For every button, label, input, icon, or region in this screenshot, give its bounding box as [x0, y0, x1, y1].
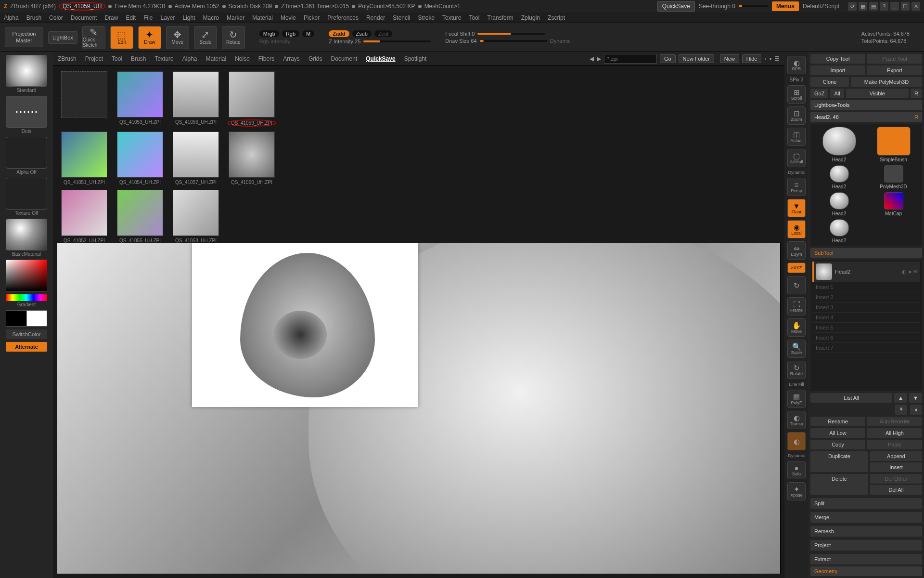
tab-zbrush[interactable]: ZBrush [58, 55, 77, 62]
aahalf-button[interactable]: ▢AAHalf [787, 149, 806, 167]
tab-fibers[interactable]: Fibers [258, 55, 274, 62]
new-button[interactable]: New [720, 54, 739, 63]
copy-button[interactable]: Copy [810, 440, 865, 449]
rgb-toggle[interactable]: Rgb [282, 30, 299, 37]
arrow-up-icon[interactable]: ↟ [895, 405, 907, 415]
dynamic-label[interactable]: Dynamic [550, 38, 571, 44]
menu-preferences[interactable]: Preferences [327, 14, 359, 21]
rotate-button[interactable]: ↻Rotate [222, 26, 245, 49]
menu-material[interactable]: Material [252, 14, 273, 21]
xpose-button[interactable]: ✦Xpose [787, 482, 806, 500]
projection-master-button[interactable]: Projection Master [5, 27, 43, 47]
remesh-section[interactable]: Remesh [810, 526, 922, 537]
goz-button[interactable]: GoZ [810, 89, 828, 98]
menu-draw[interactable]: Draw [104, 14, 118, 21]
floor-button[interactable]: ▼Floor [787, 199, 806, 217]
tool-item[interactable]: Head2 [813, 127, 865, 162]
quicksketch-button[interactable]: ✎Quick Sketch [82, 26, 105, 49]
switch-color-button[interactable]: SwitchColor [6, 329, 47, 339]
tool-item[interactable]: SimpleBrush [868, 127, 919, 162]
tool-item[interactable]: PolyMesh3D [868, 165, 919, 189]
arrow-down-icon[interactable]: ↡ [910, 405, 922, 415]
bpr-button[interactable]: ◐BPR [787, 56, 806, 74]
zadd-toggle[interactable]: Zadd [329, 30, 349, 37]
nav-next-icon[interactable]: ▶ [597, 55, 601, 62]
thumb-item[interactable]: QS_41051_UH.ZPI [59, 131, 110, 185]
m-toggle[interactable]: M [302, 30, 314, 37]
view-small-icon[interactable]: ▫ [764, 55, 766, 62]
z-intensity-slider[interactable] [363, 40, 431, 42]
tab-project[interactable]: Project [85, 55, 103, 62]
view-med-icon[interactable]: ▪ [770, 55, 771, 62]
scroll-button[interactable]: ⊞Scroll [787, 85, 806, 104]
brush-swatch[interactable] [6, 55, 47, 87]
menu-color[interactable]: Color [49, 14, 63, 21]
alllow-button[interactable]: All Low [810, 428, 865, 438]
tab-alpha[interactable]: Alpha [182, 55, 197, 62]
ghost-button[interactable]: ◐ [787, 432, 806, 450]
thumb-item[interactable]: QS_41053_UH.ZPI [115, 71, 166, 127]
split-section[interactable]: Split [810, 498, 922, 509]
maximize-icon[interactable]: ☐ [901, 2, 910, 11]
alpha-swatch[interactable] [6, 137, 47, 169]
menu-light[interactable]: Light [183, 14, 195, 21]
draw-button[interactable]: ✦Draw [138, 26, 161, 49]
hide-button[interactable]: Hide [742, 54, 762, 63]
thumb-item[interactable]: QS_41054_UH.ZPI [115, 131, 166, 185]
menu-movie[interactable]: Movie [281, 14, 296, 21]
delother-button[interactable]: Del Other [870, 474, 922, 484]
merge-section[interactable]: Merge [810, 512, 922, 523]
paste-tool-button[interactable]: Paste Tool [867, 54, 922, 64]
move-button[interactable]: ✥Move [166, 26, 189, 49]
thumb-item[interactable]: QS_41056_UH.ZPI [170, 71, 221, 127]
menu-stroke[interactable]: Stroke [418, 14, 435, 21]
tool-item[interactable]: MatCap [868, 192, 919, 216]
go-button[interactable]: Go [660, 54, 676, 63]
clone-button[interactable]: Clone [810, 77, 849, 87]
tab-arrays[interactable]: Arrays [283, 55, 300, 62]
menu-brush[interactable]: Brush [26, 14, 41, 21]
tab-quicksave[interactable]: QuickSave [366, 55, 395, 62]
thumb-item[interactable]: QS_41057_UH.ZPI [170, 131, 221, 185]
subtool-slot[interactable]: Insert 5 [812, 323, 920, 333]
rotate-view-button[interactable]: ↻Rotate [787, 361, 806, 379]
close-icon[interactable]: ✕ [911, 2, 920, 11]
make-polymesh-button[interactable]: Make PolyMesh3D [851, 77, 922, 87]
menu-file[interactable]: File [143, 14, 153, 21]
project-section[interactable]: Project [810, 540, 922, 551]
subtool-slot[interactable]: Insert 2 [812, 292, 920, 302]
menu-marker[interactable]: Marker [227, 14, 244, 21]
tab-tool[interactable]: Tool [112, 55, 122, 62]
export-button[interactable]: Export [867, 66, 922, 75]
scale-button[interactable]: ⤢Scale [194, 26, 217, 49]
insert-button[interactable]: Insert [870, 462, 922, 472]
thumb-folder[interactable] [59, 71, 110, 127]
view-list-icon[interactable]: ☰ [774, 55, 780, 62]
menu-zplugin[interactable]: Zplugin [521, 14, 540, 21]
tab-document[interactable]: Document [331, 55, 358, 62]
restore-icon[interactable]: ⟳ [848, 2, 857, 11]
spix-label[interactable]: SPix 3 [790, 77, 804, 82]
menu-picker[interactable]: Picker [304, 14, 320, 21]
copy-tool-button[interactable]: Copy Tool [810, 54, 865, 64]
tool-name-header[interactable]: Head2. 48R [810, 112, 922, 122]
eye-icon[interactable]: ◐ [902, 269, 907, 275]
zoom-button[interactable]: ⊡Zoom [787, 106, 806, 125]
thumb-item[interactable]: QS_41055_UH.ZPI [115, 190, 166, 243]
mrgb-toggle[interactable]: Mrgb [259, 30, 279, 37]
viewport-canvas[interactable] [57, 243, 781, 574]
geometry-header[interactable]: Geometry [810, 566, 922, 576]
lightbox-button[interactable]: LightBox [48, 31, 77, 44]
import-button[interactable]: Import [810, 66, 865, 75]
new-folder-button[interactable]: New Folder [679, 54, 714, 63]
search-input[interactable] [604, 54, 657, 64]
rot-constrain-button[interactable]: ↻ [787, 276, 806, 294]
polyf-button[interactable]: ▦PolyF [787, 390, 806, 408]
solo-button[interactable]: ●Solo [787, 461, 806, 479]
tool-item[interactable]: Head2 [813, 192, 865, 216]
goz-all-button[interactable]: All [830, 89, 844, 98]
zsub-toggle[interactable]: Zsub [352, 30, 372, 37]
menu-stencil[interactable]: Stencil [393, 14, 410, 21]
subtool-slot[interactable]: Insert 4 [812, 313, 920, 323]
thumb-item[interactable]: QS_41060_UH.ZPI [226, 131, 277, 185]
